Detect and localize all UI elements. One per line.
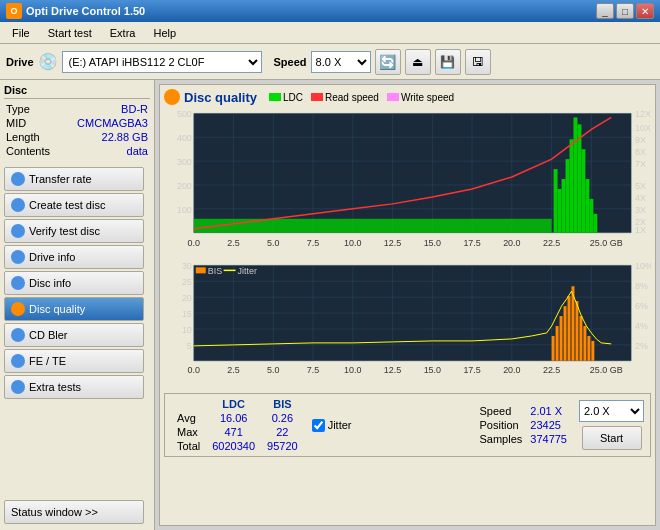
svg-text:17.5: 17.5 — [463, 238, 480, 248]
jitter-checkbox[interactable] — [312, 419, 325, 432]
total-ldc: 6020340 — [206, 439, 261, 453]
fe-te-label: FE / TE — [29, 355, 66, 367]
write-speed-color-swatch — [387, 93, 399, 101]
svg-rect-79 — [560, 316, 563, 361]
svg-text:22.5: 22.5 — [543, 365, 560, 375]
drive-select[interactable]: (E:) ATAPI iHBS112 2 CL0F — [62, 51, 262, 73]
svg-rect-20 — [554, 169, 558, 233]
svg-text:20.0: 20.0 — [503, 238, 520, 248]
window-controls: _ □ ✕ — [596, 3, 654, 19]
menu-help[interactable]: Help — [145, 25, 184, 41]
svg-text:8X: 8X — [635, 147, 646, 157]
verify-test-disc-label: Verify test disc — [29, 225, 100, 237]
maximize-button[interactable]: □ — [616, 3, 634, 19]
disc-contents-val: data — [127, 145, 148, 157]
media-button[interactable]: 💾 — [435, 49, 461, 75]
svg-text:5X: 5X — [635, 181, 646, 191]
svg-text:5: 5 — [187, 341, 192, 351]
samples-val: 374775 — [526, 432, 571, 446]
menu-start-test[interactable]: Start test — [40, 25, 100, 41]
disc-section-title: Disc — [4, 84, 150, 99]
svg-text:200: 200 — [177, 181, 192, 191]
bottom-chart-container: 30 25 20 15 10 5 10% 8% 6% 4% 2% BI — [164, 261, 651, 391]
svg-rect-19 — [194, 219, 552, 233]
speed-row: Speed 2.01 X — [475, 404, 571, 418]
svg-text:10: 10 — [182, 325, 192, 335]
sidebar-item-extra-tests[interactable]: Extra tests — [4, 375, 144, 399]
svg-text:5.0: 5.0 — [267, 238, 279, 248]
svg-rect-80 — [564, 306, 567, 361]
svg-text:Jitter: Jitter — [238, 266, 257, 276]
read-speed-legend-label: Read speed — [325, 92, 379, 103]
sidebar: Disc Type BD-R MID CMCMAGBA3 Length 22.8… — [0, 80, 155, 530]
speed-stat-label: Speed — [475, 404, 526, 418]
speed-stat-val: 2.01 X — [526, 404, 571, 418]
col-bis: BIS — [261, 397, 304, 411]
ldc-legend-label: LDC — [283, 92, 303, 103]
sidebar-item-transfer-rate[interactable]: Transfer rate — [4, 167, 144, 191]
disc-type-row: Type BD-R — [4, 103, 150, 115]
sidebar-item-disc-info[interactable]: Disc info — [4, 271, 144, 295]
max-label: Max — [171, 425, 206, 439]
svg-text:20.0: 20.0 — [503, 365, 520, 375]
svg-rect-77 — [552, 336, 555, 361]
bottom-chart: 30 25 20 15 10 5 10% 8% 6% 4% 2% BI — [164, 261, 651, 391]
sidebar-item-cd-bler[interactable]: CD Bler — [4, 323, 144, 347]
close-button[interactable]: ✕ — [636, 3, 654, 19]
content-area: Disc quality LDC Read speed Write speed — [155, 80, 660, 530]
jitter-checkbox-row: Jitter — [312, 419, 352, 432]
speed-select[interactable]: 8.0 X — [311, 51, 371, 73]
window-title: Opti Drive Control 1.50 — [26, 5, 145, 17]
svg-text:8%: 8% — [635, 281, 648, 291]
svg-text:6%: 6% — [635, 301, 648, 311]
svg-rect-21 — [558, 189, 562, 233]
title-bar: O Opti Drive Control 1.50 _ □ ✕ — [0, 0, 660, 22]
svg-rect-29 — [589, 199, 593, 233]
col-ldc: LDC — [206, 397, 261, 411]
svg-text:5.0: 5.0 — [267, 365, 279, 375]
svg-text:100: 100 — [177, 205, 192, 215]
disc-info-label: Disc info — [29, 277, 71, 289]
svg-text:25.0 GB: 25.0 GB — [590, 238, 623, 248]
speed-select-start-area: 2.0 X Start — [579, 400, 644, 450]
eject-button[interactable]: ⏏ — [405, 49, 431, 75]
menu-extra[interactable]: Extra — [102, 25, 144, 41]
start-button[interactable]: Start — [582, 426, 642, 450]
sidebar-item-drive-info[interactable]: Drive info — [4, 245, 144, 269]
disc-info-section: Disc Type BD-R MID CMCMAGBA3 Length 22.8… — [4, 84, 150, 159]
drive-icon: 💿 — [38, 52, 58, 71]
top-chart: 500 400 300 200 100 12X 10X 9X 8X 7X 5X … — [164, 109, 651, 257]
disc-type-val: BD-R — [121, 103, 148, 115]
drive-info-icon — [11, 250, 25, 264]
disc-quality-header: Disc quality LDC Read speed Write speed — [164, 89, 651, 105]
svg-rect-81 — [568, 296, 571, 361]
speed-label: Speed — [274, 56, 307, 68]
minimize-button[interactable]: _ — [596, 3, 614, 19]
disc-quality-header-icon — [164, 89, 180, 105]
svg-text:15: 15 — [182, 309, 192, 319]
disc-type-key: Type — [6, 103, 30, 115]
svg-text:12X: 12X — [635, 109, 651, 119]
svg-rect-99 — [196, 267, 206, 273]
sidebar-item-disc-quality[interactable]: Disc quality — [4, 297, 144, 321]
status-window-button[interactable]: Status window >> — [4, 500, 144, 524]
transfer-rate-icon — [11, 172, 25, 186]
save-button[interactable]: 🖫 — [465, 49, 491, 75]
svg-rect-22 — [562, 179, 566, 233]
svg-text:3X: 3X — [635, 205, 646, 215]
position-val: 23425 — [526, 418, 571, 432]
sidebar-item-verify-test-disc[interactable]: Verify test disc — [4, 219, 144, 243]
quality-speed-select[interactable]: 2.0 X — [579, 400, 644, 422]
stats-avg-row: Avg 16.06 0.26 — [171, 411, 304, 425]
sidebar-item-create-test-disc[interactable]: Create test disc — [4, 193, 144, 217]
refresh-button[interactable]: 🔄 — [375, 49, 401, 75]
svg-text:1X: 1X — [635, 225, 646, 235]
drive-info-label: Drive info — [29, 251, 75, 263]
menu-file[interactable]: File — [4, 25, 38, 41]
sidebar-item-fe-te[interactable]: FE / TE — [4, 349, 144, 373]
stats-total-row: Total 6020340 95720 — [171, 439, 304, 453]
svg-text:0.0: 0.0 — [188, 238, 200, 248]
stats-area: LDC BIS Avg 16.06 0.26 Max 471 22 Tota — [164, 393, 651, 457]
svg-text:4X: 4X — [635, 193, 646, 203]
create-test-disc-icon — [11, 198, 25, 212]
